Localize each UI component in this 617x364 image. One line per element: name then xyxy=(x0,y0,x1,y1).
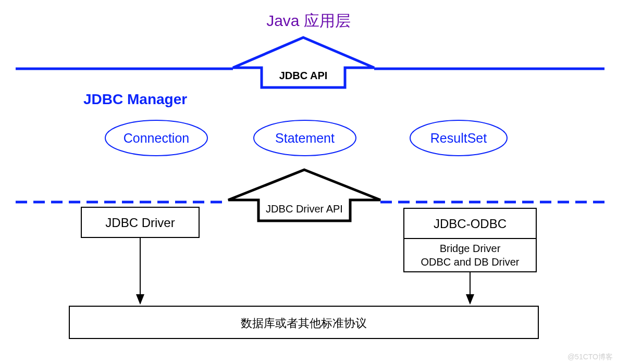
watermark: @51CTO博客 xyxy=(567,353,613,362)
jdbc-driver-api-label: JDBC Driver API xyxy=(266,203,343,215)
jdbc-api-label: JDBC API xyxy=(279,70,328,81)
jdbc-manager-label: JDBC Manager xyxy=(83,91,187,107)
bridge-driver-line2: ODBC and DB Driver xyxy=(421,256,520,268)
bridge-driver-line1: Bridge Driver xyxy=(440,243,501,254)
resultset-text: ResultSet xyxy=(430,131,487,145)
database-protocol-text: 数据库或者其他标准协议 xyxy=(241,317,367,330)
jdbc-driver-text: JDBC Driver xyxy=(105,216,175,230)
jdbc-odbc-text: JDBC-ODBC xyxy=(434,217,507,231)
java-layer-title: Java 应用层 xyxy=(266,12,351,29)
connection-text: Connection xyxy=(124,131,189,145)
statement-text: Statement xyxy=(275,131,335,145)
